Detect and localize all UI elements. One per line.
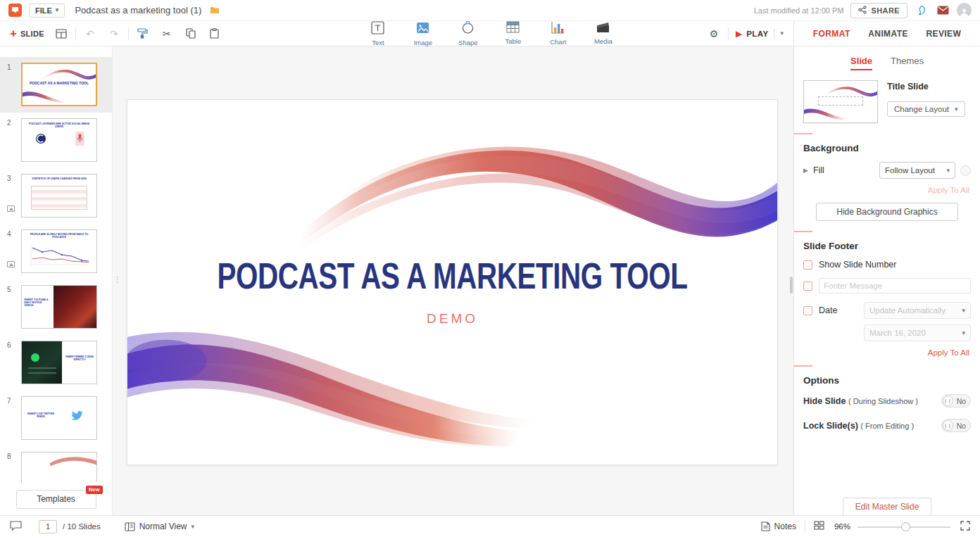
date-value-dropdown: March 16, 2020 ▾ [864, 324, 971, 341]
fill-color-swatch [960, 165, 971, 176]
share-icon [858, 6, 867, 15]
file-menu-button[interactable]: FILE ▾ [29, 4, 65, 18]
image-icon [416, 21, 429, 37]
slide-thumbnail-3[interactable]: 3 STATISTICS OF USERS CHANGED FROM 2018 [0, 168, 112, 224]
layout-name: Title Slide [887, 82, 965, 91]
panel-tab-bar: FORMAT ANIMATE REVIEW [794, 21, 980, 46]
insert-text-button[interactable]: Text [366, 21, 390, 46]
mail-icon[interactable] [936, 4, 950, 18]
toggle-knob: ❙❙ [943, 420, 953, 431]
templates-area: Templates New [0, 483, 112, 515]
layout-preview-thumbnail[interactable] [803, 80, 878, 123]
format-panel: FORMAT ANIMATE REVIEW Slide Themes [793, 21, 980, 515]
zia-assistant-icon[interactable] [915, 4, 929, 18]
slide-layout-icon[interactable] [54, 27, 68, 41]
format-painter-icon[interactable] [136, 27, 150, 41]
fullscreen-icon[interactable] [960, 521, 970, 533]
slide-thumbnail-4[interactable]: 4 PEOPLE ARE SLOWLY MOVING FROM RADIO TO… [0, 224, 112, 279]
fill-expand-arrow-icon[interactable]: ▶ [803, 167, 808, 174]
text-icon [371, 21, 384, 37]
chevron-down-icon: ▾ [191, 524, 195, 530]
insert-chart-button[interactable]: Chart [546, 21, 570, 46]
options-heading: Options [803, 375, 971, 386]
share-label: SHARE [871, 6, 900, 15]
notes-button[interactable]: Notes [761, 522, 796, 531]
paste-icon[interactable] [208, 27, 222, 41]
insert-table-button[interactable]: Table [501, 21, 525, 45]
fill-dropdown[interactable]: Follow Layout ▾ [879, 162, 955, 179]
show-slide-number-checkbox[interactable] [803, 260, 812, 270]
plus-icon: + [10, 27, 17, 39]
media-icon [596, 21, 610, 36]
slide-thumbnail-2[interactable]: 2 PODCAST LISTENERS ARE ACTIVE SOCIAL ME… [0, 113, 112, 168]
settings-gear-icon[interactable]: ⚙ [707, 27, 721, 41]
folder-icon[interactable] [210, 4, 220, 17]
toggle-knob: ❙❙ [943, 396, 953, 406]
background-apply-to-all: Apply To All [803, 186, 969, 194]
slide-panel: 1 PODCAST AS A MARKETING TOOL 2 [0, 46, 113, 515]
date-checkbox[interactable] [803, 306, 812, 315]
zoom-slider[interactable] [857, 522, 950, 532]
zoom-level: 96% [834, 522, 850, 531]
current-slide-indicator[interactable]: 1 [39, 520, 57, 533]
slide-thumbnail-1[interactable]: 1 PODCAST AS A MARKETING TOOL [0, 57, 112, 113]
chevron-down-icon: ▾ [955, 106, 958, 113]
templates-button[interactable]: Templates New [16, 490, 96, 509]
footer-apply-to-all[interactable]: Apply To All [803, 348, 969, 357]
footer-message-input[interactable] [819, 278, 971, 293]
zoom-slider-knob[interactable] [901, 522, 910, 531]
tab-themes[interactable]: Themes [891, 56, 924, 70]
panel-resize-handle[interactable]: ⋮ [113, 277, 121, 283]
tab-slide[interactable]: Slide [850, 56, 872, 70]
slide-canvas: ⋮ [113, 46, 793, 515]
play-button[interactable]: ▶ PLAY [736, 29, 768, 39]
zoho-show-logo-icon[interactable] [8, 4, 22, 17]
date-label: Date [819, 305, 837, 315]
copy-icon[interactable] [184, 27, 198, 41]
slide-thumbnail-7[interactable]: 7 INSERT LIVE TWITTER FEEDS [0, 391, 112, 446]
hide-slide-toggle[interactable]: ❙❙ No [941, 394, 971, 408]
redo-icon[interactable]: ↷ [107, 27, 121, 41]
play-options-chevron-icon[interactable]: ▾ [780, 30, 784, 37]
undo-icon[interactable]: ↶ [83, 27, 97, 41]
document-title[interactable]: Podcast as a marketing tool (1) [75, 5, 201, 15]
insert-shape-button[interactable]: Shape [456, 21, 480, 46]
hide-background-graphics-button[interactable]: Hide Background Graphics [816, 203, 958, 221]
slide-footer-section: Slide Footer Show Slide Number Date Upda… [794, 232, 980, 357]
footer-message-checkbox[interactable] [803, 282, 812, 291]
table-graphic [31, 186, 88, 210]
add-slide-label: SLIDE [20, 30, 44, 38]
view-mode-button[interactable]: Normal View ▾ [125, 522, 194, 531]
lock-slide-toggle[interactable]: ❙❙ No [941, 419, 971, 432]
tab-review[interactable]: REVIEW [926, 29, 961, 39]
user-avatar[interactable] [957, 3, 972, 18]
current-slide[interactable]: PODCAST AS A MARKETING TOOL DEMO [127, 99, 778, 465]
video-image-graphic [54, 286, 96, 328]
play-label: PLAY [746, 30, 768, 38]
share-button[interactable]: SHARE [850, 3, 907, 18]
shape-icon [461, 21, 475, 37]
tab-animate[interactable]: ANIMATE [868, 29, 908, 39]
insert-object-group: Text Image Shape Table Chart Media [366, 21, 615, 46]
edit-master-slide-button[interactable]: Edit Master Slide [843, 498, 931, 516]
new-badge: New [86, 486, 102, 494]
fill-label: Fill [813, 165, 874, 175]
slide-sorter-icon[interactable] [814, 521, 824, 532]
feedback-comment-icon[interactable] [10, 520, 22, 533]
add-slide-button[interactable]: + SLIDE [10, 27, 44, 39]
slide-title-textbox[interactable]: PODCAST AS A MARKETING TOOL [127, 256, 777, 295]
microphone-graphic [75, 132, 84, 146]
animation-indicator-icon [7, 206, 15, 212]
canvas-scrollbar[interactable] [790, 277, 793, 293]
zoho-show-app: FILE ▾ Podcast as a marketing tool (1) L… [0, 0, 980, 537]
status-bar: 1 / 10 Slides Normal View ▾ Notes 96% [0, 515, 980, 537]
insert-image-button[interactable]: Image [411, 21, 435, 46]
slide-subtitle-textbox[interactable]: DEMO [127, 311, 777, 327]
slide-thumbnail-5[interactable]: 5 INSERT YOUTUBE & DAILY MOTION VIDEOS [0, 279, 112, 335]
cut-icon[interactable]: ✂ [160, 27, 174, 41]
change-layout-button[interactable]: Change Layout ▾ [887, 101, 965, 117]
tab-format[interactable]: FORMAT [813, 29, 850, 39]
slide-thumbnail-6[interactable]: 6 INSERT EMBED CODES DIRECTLY [0, 335, 112, 391]
chart-icon [551, 21, 565, 37]
insert-media-button[interactable]: Media [591, 21, 615, 45]
